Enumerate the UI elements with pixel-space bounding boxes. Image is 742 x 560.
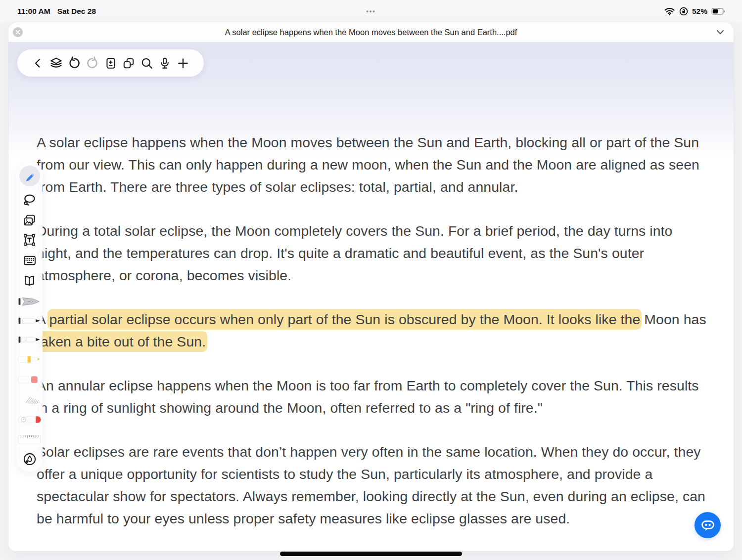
paragraph: A solar eclipse happens when the Moon mo… bbox=[37, 131, 708, 198]
tool-pencil[interactable] bbox=[19, 166, 40, 186]
close-document-button[interactable] bbox=[13, 27, 23, 37]
tool-reader[interactable] bbox=[23, 274, 36, 288]
status-time: 11:00 AM bbox=[17, 7, 50, 16]
document-title-bar: A solar eclipse happens when the Moon mo… bbox=[8, 22, 734, 42]
status-bar: 11:00 AM Sat Dec 28 ••• 52% bbox=[0, 0, 742, 22]
battery-percent: 52% bbox=[692, 7, 707, 16]
battery-icon bbox=[711, 8, 726, 15]
tool-pen-fine[interactable] bbox=[16, 334, 43, 345]
text-segment: A solar eclipse happens when the Moon mo… bbox=[37, 134, 699, 195]
document-title: A solar eclipse happens when the Moon mo… bbox=[225, 28, 517, 37]
text-segment: Moon has bbox=[640, 311, 706, 327]
text-segment: During a total solar eclipse, the Moon c… bbox=[37, 223, 672, 283]
tool-keyboard[interactable] bbox=[23, 254, 37, 267]
tool-sidebar bbox=[16, 162, 43, 472]
tool-highlighter-red[interactable] bbox=[16, 373, 43, 386]
status-date: Sat Dec 28 bbox=[57, 7, 96, 16]
page-template-icon[interactable] bbox=[104, 56, 118, 70]
add-icon[interactable] bbox=[176, 56, 190, 70]
text-segment: An annular eclipse happens when the Moon… bbox=[37, 378, 699, 416]
tool-tape[interactable] bbox=[16, 413, 43, 426]
layers-icon[interactable] bbox=[49, 56, 63, 70]
top-toolbar bbox=[17, 49, 204, 77]
highlighted-text: taken a bite out of the Sun. bbox=[35, 331, 207, 352]
undo-icon[interactable] bbox=[67, 56, 81, 70]
tool-ruler[interactable] bbox=[16, 433, 43, 445]
paragraph: Solar eclipses are rare events that don’… bbox=[37, 441, 708, 530]
multitask-dots-icon[interactable]: ••• bbox=[366, 0, 376, 22]
tool-pen-settings[interactable] bbox=[22, 452, 37, 467]
highlighted-text: partial solar eclipse occurs when only p… bbox=[47, 309, 642, 330]
redo-icon[interactable] bbox=[86, 56, 99, 70]
pdf-page[interactable]: A solar eclipse happens when the Moon mo… bbox=[8, 42, 734, 551]
tool-photo[interactable] bbox=[23, 214, 36, 227]
paragraph: An annular eclipse happens when the Moon… bbox=[37, 375, 708, 419]
tool-pen[interactable] bbox=[16, 315, 43, 327]
text-segment: Solar eclipses are rare events that don’… bbox=[37, 444, 705, 526]
status-indicators: 52% bbox=[664, 0, 726, 22]
duplicate-pages-icon[interactable] bbox=[122, 56, 136, 70]
search-icon[interactable] bbox=[140, 56, 154, 70]
tool-lasso[interactable] bbox=[23, 193, 36, 207]
paragraph: During a total solar eclipse, the Moon c… bbox=[37, 220, 708, 287]
wifi-icon bbox=[664, 7, 675, 15]
document-canvas[interactable]: A solar eclipse happens when the Moon mo… bbox=[8, 42, 734, 551]
tool-text-box[interactable] bbox=[23, 233, 36, 247]
chat-assistant-button[interactable] bbox=[695, 512, 721, 538]
microphone-icon[interactable] bbox=[158, 56, 172, 70]
tool-shading-pencil[interactable] bbox=[16, 393, 43, 407]
app-window: A solar eclipse happens when the Moon mo… bbox=[8, 22, 734, 551]
paragraph: A partial solar eclipse occurs when only… bbox=[37, 308, 708, 353]
home-indicator[interactable] bbox=[280, 552, 462, 556]
status-time-date: 11:00 AM Sat Dec 28 bbox=[17, 0, 96, 22]
tool-highlighter-yellow[interactable] bbox=[16, 352, 43, 366]
tool-fountain-pen[interactable] bbox=[16, 295, 43, 308]
rotation-lock-icon bbox=[679, 7, 688, 16]
back-button[interactable] bbox=[31, 56, 45, 70]
document-body: A solar eclipse happens when the Moon mo… bbox=[37, 131, 708, 551]
chevron-down-icon[interactable] bbox=[715, 27, 726, 40]
